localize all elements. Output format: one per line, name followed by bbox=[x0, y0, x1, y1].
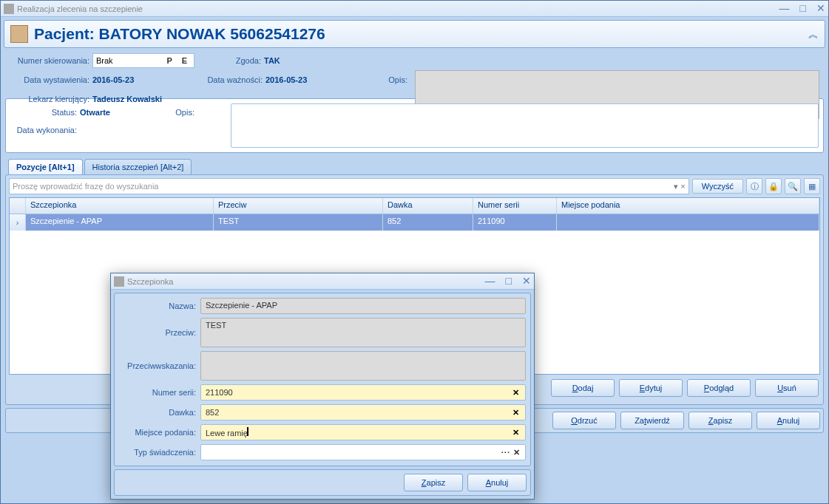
issue-date-value: 2016-05-23 bbox=[92, 75, 196, 84]
dlg-type-input[interactable]: ··· ✕ bbox=[200, 444, 526, 460]
dialog-title: Szczepionka bbox=[127, 277, 173, 286]
status-opis-label: Opis: bbox=[110, 108, 197, 117]
cell-vaccine: Szczepienie - APAP bbox=[26, 214, 214, 231]
tab-history[interactable]: Historia szczepień [Alt+2] bbox=[84, 159, 192, 174]
dialog-minimize-button[interactable]: — bbox=[485, 275, 495, 287]
add-button[interactable]: Dodaj bbox=[551, 379, 615, 397]
dlg-contra-field bbox=[200, 351, 526, 381]
referral-p-button[interactable]: P bbox=[166, 56, 175, 65]
search-placeholder: Proszę wprowadzić frazę do wyszukania bbox=[13, 182, 158, 191]
cell-series: 211090 bbox=[473, 214, 557, 231]
consent-value: TAK bbox=[264, 56, 308, 65]
dlg-dose-label: Dawka: bbox=[119, 408, 200, 417]
preview-button[interactable]: Podgląd bbox=[687, 379, 751, 397]
maximize-button[interactable]: □ bbox=[800, 2, 806, 14]
dialog-close-button[interactable]: ✕ bbox=[522, 275, 531, 287]
patient-header: Pacjent: BATORY NOWAK 56062541276 ︽ bbox=[4, 20, 825, 48]
dlg-place-input[interactable]: Lewe ramię ✕ bbox=[200, 424, 526, 440]
dlg-type-label: Typ świadczenia: bbox=[119, 448, 200, 457]
col-place[interactable]: Miejsce podania bbox=[557, 198, 819, 214]
save-button[interactable]: Zapisz bbox=[688, 412, 752, 429]
referral-e-button[interactable]: E bbox=[182, 56, 191, 65]
app-icon bbox=[4, 4, 14, 14]
info-icon[interactable]: ⓘ bbox=[746, 178, 762, 194]
clear-icon[interactable]: ✕ bbox=[511, 428, 521, 437]
edit-button[interactable]: Edytuj bbox=[619, 379, 683, 397]
dlg-against-field: TEST bbox=[200, 318, 526, 347]
status-panel: Status: Otwarte Opis: Data wykonania: bbox=[5, 98, 824, 153]
dlg-series-value: 211090 bbox=[206, 388, 233, 397]
minimize-button[interactable]: — bbox=[779, 2, 790, 14]
status-opis-textarea[interactable] bbox=[231, 103, 819, 148]
table-row[interactable]: › Szczepienie - APAP TEST 852 211090 bbox=[10, 214, 819, 231]
valid-date-label: Data ważności: bbox=[196, 75, 265, 84]
clear-icon[interactable]: ✕ bbox=[511, 408, 521, 418]
filter-icon[interactable]: 🔍 bbox=[785, 178, 801, 194]
close-button[interactable]: ✕ bbox=[816, 2, 825, 14]
tab-positions[interactable]: Pozycje [Alt+1] bbox=[8, 159, 83, 174]
main-window: Realizacja zlecenia na szczepienie — □ ✕… bbox=[0, 0, 829, 504]
dlg-place-value: Lewe ramię bbox=[206, 429, 248, 437]
clear-icon[interactable]: ✕ bbox=[511, 388, 521, 398]
main-titlebar: Realizacja zlecenia na szczepienie — □ ✕ bbox=[1, 1, 828, 17]
valid-date-value: 2016-05-23 bbox=[265, 75, 369, 84]
dlg-series-label: Numer serii: bbox=[119, 388, 200, 397]
dlg-name-label: Nazwa: bbox=[119, 302, 200, 310]
dlg-against-label: Przeciw: bbox=[119, 328, 200, 337]
patient-icon bbox=[10, 25, 28, 43]
dialog-maximize-button[interactable]: □ bbox=[506, 275, 512, 287]
dlg-dose-value: 852 bbox=[206, 408, 219, 417]
dialog-cancel-button[interactable]: Anuluj bbox=[467, 474, 527, 491]
window-title: Realizacja zlecenia na szczepienie bbox=[17, 4, 143, 13]
status-label: Status: bbox=[10, 108, 80, 117]
dlg-name-field: Szczepienie - APAP bbox=[200, 298, 526, 314]
cell-against: TEST bbox=[214, 214, 383, 231]
collapse-icon[interactable]: ︽ bbox=[808, 28, 819, 41]
delete-button[interactable]: Usuń bbox=[755, 379, 819, 397]
status-value: Otwarte bbox=[80, 108, 110, 117]
cell-dose: 852 bbox=[383, 214, 473, 231]
exec-date-label: Data wykonania: bbox=[10, 126, 80, 134]
approve-button[interactable]: Zatwierdź bbox=[620, 412, 684, 429]
doctor-label: Lekarz kierujący: bbox=[10, 95, 92, 103]
consent-label: Zgoda: bbox=[194, 56, 264, 65]
opis-label: Opis: bbox=[369, 75, 410, 84]
referral-panel: Numer skierowania: Brak P E Zgoda: TAK D… bbox=[4, 48, 825, 95]
ellipsis-icon[interactable]: ··· ✕ bbox=[501, 448, 521, 457]
cell-place bbox=[557, 214, 819, 231]
reject-button[interactable]: Odrzuć bbox=[552, 412, 616, 429]
dlg-dose-input[interactable]: 852 ✕ bbox=[200, 404, 526, 420]
search-input[interactable]: Proszę wprowadzić frazę do wyszukania ▾ … bbox=[9, 178, 689, 194]
cancel-button[interactable]: Anuluj bbox=[757, 412, 820, 429]
referral-number-label: Numer skierowania: bbox=[10, 56, 92, 65]
col-against[interactable]: Przeciw bbox=[214, 198, 383, 214]
doctor-value: Tadeusz Kowalski bbox=[92, 95, 162, 103]
col-dose[interactable]: Dawka bbox=[383, 198, 473, 214]
grid-icon[interactable]: ▦ bbox=[804, 178, 820, 194]
clear-button[interactable]: Wyczyść bbox=[692, 179, 743, 194]
dlg-contra-label: Przeciwwskazania: bbox=[119, 361, 200, 370]
tabs: Pozycje [Alt+1] Historia szczepień [Alt+… bbox=[8, 159, 825, 174]
referral-number-value: Brak bbox=[96, 56, 113, 65]
dlg-series-input[interactable]: 211090 ✕ bbox=[200, 384, 526, 401]
dialog-icon bbox=[114, 276, 124, 287]
referral-number-field[interactable]: Brak P E bbox=[92, 53, 194, 68]
lock-icon[interactable]: 🔒 bbox=[765, 178, 782, 194]
dlg-place-label: Miejsce podania: bbox=[119, 428, 200, 437]
patient-title: Pacjent: BATORY NOWAK 56062541276 bbox=[34, 25, 325, 43]
col-vaccine[interactable]: Szczepionka bbox=[26, 198, 214, 214]
col-series[interactable]: Numer serii bbox=[473, 198, 557, 214]
grid-header: Szczepionka Przeciw Dawka Numer serii Mi… bbox=[10, 198, 819, 214]
dialog-titlebar: Szczepionka — □ ✕ bbox=[111, 273, 534, 290]
issue-date-label: Data wystawienia: bbox=[10, 75, 92, 84]
vaccine-dialog: Szczepionka — □ ✕ Nazwa: Szczepienie - A… bbox=[110, 273, 535, 500]
row-selector-icon: › bbox=[10, 214, 26, 231]
dialog-save-button[interactable]: Zapisz bbox=[404, 474, 463, 491]
